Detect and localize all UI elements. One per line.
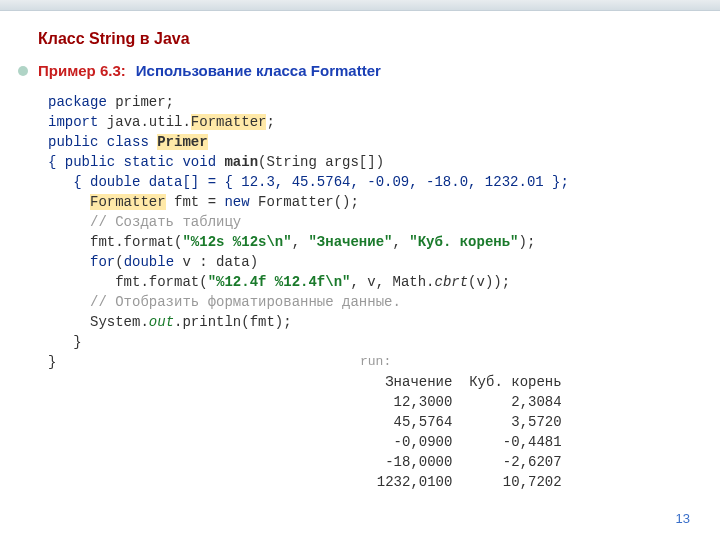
field-out: out [149, 314, 174, 330]
kw-package: package [48, 94, 107, 110]
output-header: Значение Куб. корень [360, 374, 562, 390]
page-title: Класс String в Java [38, 30, 190, 48]
string-lit: "%12.4f %12.4f\n" [208, 274, 351, 290]
hl-primer: Primer [157, 134, 207, 150]
code-text: ); [519, 234, 536, 250]
code-text: (String args[]) [258, 154, 384, 170]
program-output: Значение Куб. корень 12,3000 2,3084 45,5… [360, 372, 562, 492]
output-row: -0,0900 -0,4481 [360, 434, 562, 450]
bullet-icon [18, 66, 28, 76]
run-label: run: [360, 354, 391, 369]
code-text: ; [266, 114, 274, 130]
example-description: Использование класса Formatter [136, 62, 381, 79]
code-text [48, 194, 90, 210]
page-number: 13 [676, 511, 690, 526]
kw-import: import [48, 114, 98, 130]
code-text: } [48, 354, 56, 370]
kw-public-class: public class [48, 134, 157, 150]
kw-new: new [224, 194, 249, 210]
comment-2: // Отобразить форматированные данные. [48, 294, 401, 310]
code-text: Formatter(); [250, 194, 359, 210]
kw-sig: { public static void [48, 154, 224, 170]
string-lit: "Куб. корень" [409, 234, 518, 250]
method-main: main [224, 154, 258, 170]
code-line-5: { double data[] = { 12.3, 45.5764, -0.09… [48, 174, 569, 190]
code-text: System. [48, 314, 149, 330]
example-label: Пример 6.3: [38, 62, 126, 79]
example-heading: Пример 6.3: Использование класса Formatt… [18, 62, 381, 79]
output-row: -18,0000 -2,6207 [360, 454, 562, 470]
code-text: ( [115, 254, 123, 270]
code-text: .println(fmt); [174, 314, 292, 330]
hl-formatter: Formatter [191, 114, 267, 130]
comment-1: // Создать таблицу [48, 214, 241, 230]
output-row: 1232,0100 10,7202 [360, 474, 562, 490]
code-text: , v, Math. [350, 274, 434, 290]
output-row: 45,5764 3,5720 [360, 414, 562, 430]
string-lit: "Значение" [308, 234, 392, 250]
kw-double: double [124, 254, 174, 270]
code-text: (v)); [468, 274, 510, 290]
code-text: fmt = [166, 194, 225, 210]
string-lit: "%12s %12s\n" [182, 234, 291, 250]
code-text: v : data) [174, 254, 258, 270]
code-text: } [48, 334, 82, 350]
code-text: fmt.format( [48, 234, 182, 250]
kw-for: for [90, 254, 115, 270]
method-cbrt: cbrt [434, 274, 468, 290]
code-text: , [292, 234, 309, 250]
code-block: package primer; import java.util.Formatt… [48, 92, 569, 372]
output-row: 12,3000 2,3084 [360, 394, 562, 410]
code-text: primer; [107, 94, 174, 110]
code-text: , [392, 234, 409, 250]
hl-formatter-2: Formatter [90, 194, 166, 210]
decorative-top-band [0, 0, 720, 11]
code-text: java.util. [98, 114, 190, 130]
code-text: fmt.format( [48, 274, 208, 290]
